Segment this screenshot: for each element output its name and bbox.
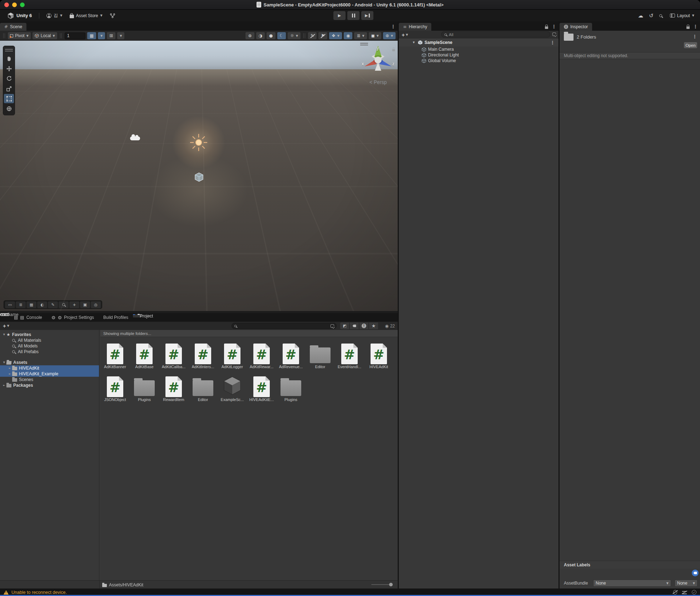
eye-icon[interactable]: ◉ [385,324,388,329]
expander-arrow[interactable] [8,367,12,370]
pivot-dropdown[interactable]: Pivot ▼ [8,32,31,39]
asset-item[interactable]: # HIVEAdKitE... [248,375,275,403]
sidebar-item-all-models[interactable]: All Models [0,343,99,349]
camera-icon[interactable]: ▣ [80,301,90,308]
draw-mode-wireframe-button[interactable]: ◑ [256,32,265,39]
tab-scene[interactable]: # Scene [0,23,26,31]
snap-increment-dropdown[interactable]: ▼ [117,32,124,39]
asset-item[interactable]: Editor [189,375,217,403]
kebab-menu-icon[interactable]: ⋮ [391,24,396,29]
transform-tool[interactable] [4,104,14,113]
sidebar-item-hiveadkit_example[interactable]: HIVEAdKit_Example [0,371,99,377]
cloud-gizmo-icon[interactable] [130,136,140,140]
draw-mode-unlit-button[interactable]: ● [267,32,275,39]
perspective-toggle[interactable]: < Persp [359,79,397,85]
asset-item[interactable]: # AdKitBase [130,342,158,370]
hierarchy-item[interactable]: Directional Light [399,52,558,58]
sidebar-item-all-materials[interactable]: All Materials [0,337,99,343]
lock-icon[interactable] [686,26,690,29]
hierarchy-item[interactable]: Global Volume [399,58,558,64]
expander-arrow[interactable]: ▼ [412,41,416,44]
camera-settings-dropdown[interactable]: ◼▼ [369,32,381,39]
tab-game[interactable]: Game [0,313,9,316]
sidebar-item-all-prefabs[interactable]: All Prefabs [0,349,99,355]
open-button[interactable]: Open [684,42,697,48]
asset-labels-header[interactable]: Asset Labels [560,561,700,569]
panels-icon[interactable]: ≣ [16,301,26,308]
tab-console[interactable]: Console [9,313,47,322]
minimize-window-button[interactable] [12,2,17,7]
overlay-drag-handle[interactable] [5,49,13,51]
lock-icon[interactable] [545,26,548,29]
paint-icon[interactable]: ✎ [48,301,58,308]
version-control-button[interactable] [108,12,118,19]
titlebar[interactable]: SampleScene - EmptyAdKitProject6000 - An… [0,0,700,10]
toolbar-grip[interactable] [3,33,5,38]
expander-arrow[interactable] [2,361,6,364]
search-icon[interactable] [59,301,69,308]
tab-project-settings[interactable]: Project Settings [47,313,99,322]
search-by-type-button[interactable]: ◩ [340,322,349,329]
scene-effects-dropdown[interactable]: ☼▼ [288,32,301,39]
scale-tool[interactable] [4,84,14,93]
sphere-icon[interactable]: ◐ [37,301,47,308]
grid-snapping-button[interactable]: ▦ [87,32,96,39]
sidebar-item-packages[interactable]: Packages [0,382,99,388]
asset-item[interactable]: # AdKitBanner [101,342,129,370]
tasks-ok-icon[interactable]: ✓ [692,590,696,595]
status-warning[interactable]: Unable to reconnect device. [11,590,67,595]
scene-visibility-dropdown[interactable]: ❖▼ [329,32,342,39]
debug-flag-toggle[interactable]: ⚑ [318,32,327,39]
create-asset-dropdown[interactable]: +▼ [0,323,12,329]
zoom-window-button[interactable] [20,2,25,7]
gizmos-dropdown[interactable]: ⊕▼ [383,32,396,39]
thumbnail-zoom-slider[interactable] [371,584,390,585]
draw-mode-shaded-button[interactable]: ⊕ [245,32,254,39]
search-in-window-icon[interactable] [331,324,334,328]
sidebar-item-scenes[interactable]: Scenes [0,377,99,382]
hierarchy-search-input[interactable] [449,32,547,37]
scene-lighting-toggle[interactable]: ☾ [277,32,286,39]
global-volume-gizmo[interactable] [195,172,203,183]
asset-item[interactable]: # JSONObject [101,375,129,403]
asset-item[interactable]: Plugins [130,375,158,403]
hidden-objects-toggle[interactable]: ✎ [308,32,317,39]
orientation-gizmo[interactable]: y x z < Persp [359,41,397,88]
kebab-menu-icon[interactable]: ⋮ [550,40,555,45]
add-label-button[interactable] [692,570,699,576]
expander-arrow[interactable] [2,384,6,387]
grid-snapping-dropdown[interactable]: ▼ [98,32,105,39]
asset-item[interactable]: ExampleSc... [218,375,246,403]
hierarchy-item[interactable]: Main Camera [399,46,558,52]
project-search-input[interactable] [239,324,329,328]
asset-store-menu[interactable]: Asset Store ▼ [68,12,105,19]
snap-increment-button[interactable]: ⊞ [107,32,115,39]
toolbar-grip[interactable] [60,33,62,38]
favorites-filter-button[interactable]: ★ [369,322,378,329]
expander-arrow[interactable] [2,333,6,336]
layout-dropdown[interactable]: Layout ▼ [668,12,696,19]
step-button[interactable]: ▶ [361,11,373,20]
kebab-menu-icon[interactable]: ⋮ [692,34,697,39]
tab-hierarchy[interactable]: ≡ Hierarchy [399,23,431,31]
asset-item[interactable]: Editor [306,342,334,370]
move-icon[interactable]: + [69,301,79,308]
toolbar-grip[interactable] [303,33,305,38]
asset-item[interactable]: # AdKitLogger [218,342,246,370]
play-button[interactable]: ▶ [333,11,346,20]
tab-project[interactable]: Project [133,314,142,317]
sidebar-item-hiveadkit[interactable]: HIVEAdKit [0,365,99,371]
grid-size-field[interactable] [65,32,85,39]
close-window-button[interactable] [4,2,9,7]
search-by-label-button[interactable] [350,322,359,329]
view-hand-tool[interactable] [4,54,14,63]
project-search-field[interactable] [232,323,337,329]
hierarchy-search-field[interactable] [441,31,550,37]
asset-item[interactable]: Plugins [277,375,305,403]
asset-item[interactable]: # AdRevenue... [277,342,305,370]
unity-hub-button[interactable]: Unity 6 [5,11,34,20]
sidebar-item-favorites[interactable]: Favorites [0,332,99,337]
tab-inspector[interactable]: i Inspector [560,23,592,31]
kebab-menu-icon[interactable]: ⋮ [552,24,556,29]
grid-icon[interactable]: ▦ [26,301,36,308]
